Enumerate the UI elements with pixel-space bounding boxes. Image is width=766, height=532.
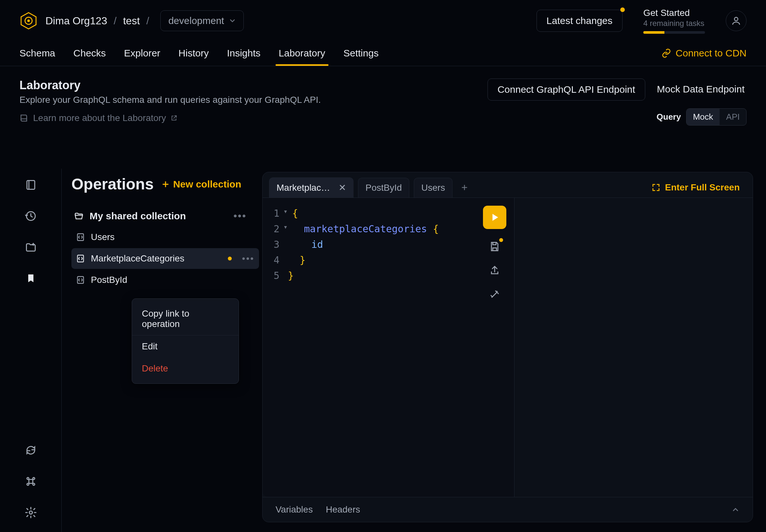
operation-item-users[interactable]: Users [71, 227, 259, 248]
fullscreen-icon [651, 183, 661, 192]
nav-item-insights[interactable]: Insights [227, 41, 260, 65]
result-area [515, 198, 753, 497]
operations-title: Operations [71, 175, 153, 193]
editor-tab-users[interactable]: Users [414, 178, 453, 198]
operation-label: PostById [91, 275, 127, 285]
nav-item-explorer[interactable]: Explorer [124, 41, 160, 65]
get-started-title: Get Started [643, 8, 705, 18]
collection-more-icon[interactable]: ••• [233, 211, 247, 222]
latest-changes-button[interactable]: Latest changes [537, 10, 623, 32]
page-subtitle: Explore your GraphQL schema and run quer… [19, 95, 475, 105]
get-started-subtitle: 4 remaining tasks [643, 19, 705, 28]
nav-item-checks[interactable]: Checks [73, 41, 106, 65]
bookmark-icon[interactable] [24, 272, 37, 285]
breadcrumb: Dima Org123 / test / [45, 15, 149, 27]
page-head: Laboratory Explore your GraphQL schema a… [0, 66, 766, 126]
code-editor[interactable]: 1▾{2▾ marketplaceCategories {3 id4 }5 } [262, 198, 515, 497]
bottom-tab-headers[interactable]: Headers [326, 504, 360, 515]
save-icon [489, 241, 500, 252]
operation-file-icon [76, 233, 85, 242]
breadcrumb-sep: / [146, 15, 149, 27]
history-icon[interactable] [24, 210, 37, 223]
close-icon[interactable]: ✕ [338, 182, 346, 193]
folder-open-icon [74, 211, 84, 221]
get-started-progress [643, 31, 705, 34]
unsaved-dot-icon [499, 238, 503, 242]
connect-endpoint-button[interactable]: Connect GraphQL API Endpoint [488, 79, 645, 101]
bottom-tab-variables[interactable]: Variables [275, 504, 313, 515]
collection-row[interactable]: My shared collection ••• [71, 206, 259, 226]
learn-more-link[interactable]: Learn more about the Laboratory [19, 113, 475, 123]
nav-item-settings[interactable]: Settings [343, 41, 378, 65]
page-title: Laboratory [19, 79, 475, 92]
editor-tab-label: Users [421, 183, 445, 193]
editor-bottom-tabs: Variables Headers [262, 497, 753, 522]
user-avatar[interactable] [726, 10, 747, 31]
editor-side-buttons [483, 206, 506, 301]
app-logo[interactable] [19, 12, 38, 30]
connect-endpoint-label: Connect GraphQL API Endpoint [498, 84, 635, 95]
link-icon [662, 48, 671, 58]
segment-mock[interactable]: Mock [687, 109, 720, 125]
svg-rect-4 [27, 181, 35, 189]
laboratory-rail [0, 169, 62, 532]
new-collection-button[interactable]: New collection [161, 179, 241, 190]
page-actions: Connect GraphQL API Endpoint Mock Data E… [488, 79, 747, 126]
editor-tabs: MarketplaceC… ✕ PostById Users Enter Ful… [262, 172, 753, 198]
ctx-copy-link[interactable]: Copy link to operation [132, 303, 238, 335]
folder-plus-icon[interactable] [24, 241, 37, 254]
nav-item-laboratory[interactable]: Laboratory [279, 41, 325, 65]
operation-file-icon [76, 275, 85, 284]
enter-fullscreen-button[interactable]: Enter Full Screen [651, 182, 746, 193]
editor-tab-marketplace[interactable]: MarketplaceC… ✕ [269, 177, 353, 198]
mock-endpoint-label: Mock Data Endpoint [657, 84, 745, 94]
environment-select[interactable]: development [160, 10, 244, 31]
person-icon [731, 16, 741, 26]
notification-dot-icon [620, 7, 625, 12]
get-started-progress-fill [643, 31, 664, 34]
chevron-up-icon[interactable] [731, 505, 740, 514]
share-icon [489, 265, 500, 276]
connect-cdn-link[interactable]: Connect to CDN [662, 48, 747, 59]
ctx-delete[interactable]: Delete [132, 357, 238, 380]
ctx-edit[interactable]: Edit [132, 335, 238, 357]
settings-gear-icon[interactable] [24, 506, 37, 519]
operation-file-icon [76, 254, 85, 263]
nav-item-history[interactable]: History [178, 41, 209, 65]
play-icon [490, 212, 500, 223]
external-link-icon [170, 115, 177, 122]
operation-more-icon[interactable]: ••• [242, 253, 254, 264]
editor-tab-postbyid[interactable]: PostById [358, 178, 409, 198]
connect-cdn-label: Connect to CDN [676, 48, 747, 59]
svg-point-3 [735, 17, 738, 21]
operation-context-menu: Copy link to operation Edit Delete [132, 298, 239, 384]
refresh-icon[interactable] [24, 444, 37, 457]
operation-label: MarketplaceCategories [91, 253, 184, 264]
main-nav: Schema Checks Explorer History Insights … [0, 40, 766, 66]
plus-icon [161, 180, 170, 188]
operation-item-marketplace[interactable]: MarketplaceCategories ••• [71, 248, 259, 269]
svg-point-5 [29, 511, 32, 514]
mock-endpoint-button[interactable]: Mock Data Endpoint [655, 79, 747, 101]
fullscreen-label: Enter Full Screen [665, 182, 740, 193]
docs-icon[interactable] [24, 178, 37, 191]
new-collection-label: New collection [173, 179, 241, 190]
nav-item-schema[interactable]: Schema [19, 41, 55, 65]
collection-name: My shared collection [90, 211, 186, 222]
editor-panel: MarketplaceC… ✕ PostById Users Enter Ful… [262, 172, 753, 522]
share-button[interactable] [488, 264, 501, 277]
editor-wrap: MarketplaceC… ✕ PostById Users Enter Ful… [259, 169, 766, 532]
keyboard-shortcuts-icon[interactable] [24, 475, 37, 488]
breadcrumb-org[interactable]: Dima Org123 [45, 15, 107, 27]
save-operation-button[interactable] [488, 240, 501, 253]
get-started-widget[interactable]: Get Started 4 remaining tasks [643, 8, 705, 34]
add-tab-button[interactable] [457, 180, 472, 195]
run-query-button[interactable] [483, 206, 506, 229]
segment-api[interactable]: API [720, 109, 746, 125]
sparkle-icon [489, 289, 500, 300]
query-mode-label: Query [657, 112, 681, 122]
operation-item-postbyid[interactable]: PostById [71, 270, 259, 290]
ai-sparkle-button[interactable] [488, 288, 501, 301]
breadcrumb-project[interactable]: test [123, 15, 140, 27]
environment-label: development [168, 15, 224, 26]
